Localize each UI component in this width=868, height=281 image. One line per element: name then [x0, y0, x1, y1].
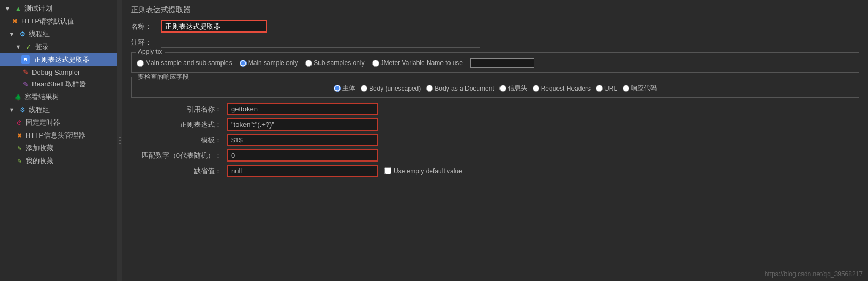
- default-row: 缺省值： Use empty default value: [131, 165, 859, 177]
- ref-name-row: 引用名称：: [131, 103, 859, 115]
- radio-resp-code-input[interactable]: [623, 85, 629, 92]
- sidebar-item-add-fav[interactable]: ✎ 添加收藏: [0, 142, 117, 155]
- sidebar-item-label: 线程组: [29, 29, 50, 39]
- sidebar: ▼ ▲ 测试计划 ✖ HTTP请求默认值 ▼ ⚙ 线程组 ▼ ✓ 登录 R 正则…: [0, 0, 117, 281]
- name-input[interactable]: [161, 20, 267, 33]
- radio-resp-code[interactable]: 响应代码: [623, 84, 657, 93]
- sidebar-item-thread-group1[interactable]: ▼ ⚙ 线程组: [0, 28, 117, 41]
- sidebar-item-label: 登录: [35, 42, 49, 52]
- resize-handle[interactable]: [117, 0, 122, 281]
- sidebar-item-thread-group2[interactable]: ▼ ⚙ 线程组: [0, 103, 117, 116]
- radio-jmeter-var-input[interactable]: [372, 60, 379, 67]
- radio-main-sub-label: Main sample and sub-samples: [145, 59, 232, 67]
- regex-row: 正则表达式：: [131, 118, 859, 131]
- sidebar-item-timer[interactable]: ⏱ 固定定时器: [0, 116, 117, 129]
- comment-input[interactable]: [161, 37, 480, 48]
- ref-name-label: 引用名称：: [131, 105, 227, 114]
- sidebar-item-my-fav[interactable]: ✎ 我的收藏: [0, 155, 117, 167]
- radio-body-doc-label: Body as a Document: [435, 85, 494, 92]
- radio-jmeter-var-label: JMeter Variable Name to use: [381, 59, 463, 67]
- template-label: 模板：: [131, 135, 227, 145]
- use-empty-checkbox-label[interactable]: Use empty default value: [384, 167, 462, 175]
- regex-input[interactable]: [228, 119, 377, 130]
- radio-main-only-label: Main sample only: [248, 59, 298, 67]
- header-icon: ✖: [15, 131, 23, 140]
- response-field-legend: 要检查的响应字段: [136, 73, 191, 82]
- radio-req-headers-label: Request Headers: [541, 85, 591, 92]
- template-row: 模板：: [131, 134, 859, 146]
- radio-body-unescaped-label: Body (unescaped): [369, 85, 421, 92]
- regex-icon: R: [21, 55, 30, 64]
- radio-sub-only-input[interactable]: [305, 60, 312, 67]
- handle-dot: [119, 140, 121, 141]
- my-fav-icon: ✎: [15, 157, 23, 165]
- footer-url: https://blog.csdn.net/qq_39568217: [765, 270, 863, 278]
- sidebar-item-label: HTTP信息头管理器: [26, 131, 85, 140]
- sidebar-item-label: 固定定时器: [26, 118, 60, 127]
- radio-sub-only[interactable]: Sub-samples only: [305, 59, 364, 67]
- sidebar-item-login[interactable]: ▼ ✓ 登录: [0, 41, 117, 53]
- thread-icon2: ⚙: [18, 106, 27, 114]
- radio-main-sub[interactable]: Main sample and sub-samples: [137, 59, 232, 67]
- match-no-label: 匹配数字（0代表随机）：: [131, 151, 227, 160]
- comment-label: 注释：: [131, 38, 158, 47]
- radio-body-input[interactable]: [334, 85, 341, 92]
- radio-req-headers-input[interactable]: [533, 85, 539, 92]
- ref-name-input[interactable]: [228, 104, 377, 114]
- name-row: 名称：: [131, 20, 859, 33]
- sidebar-item-view-tree[interactable]: 🌲 察看结果树: [0, 91, 117, 103]
- main-panel: 正则表达式提取器 名称： 注释： Apply to: Main sample a…: [122, 0, 868, 281]
- use-empty-checkbox[interactable]: [384, 167, 391, 174]
- radio-main-only[interactable]: Main sample only: [240, 59, 298, 67]
- radio-url-input[interactable]: [596, 85, 603, 92]
- apply-to-radio-group: Main sample and sub-samples Main sample …: [137, 56, 854, 68]
- sidebar-item-label: 线程组: [29, 105, 50, 115]
- thread-icon: ⚙: [18, 30, 27, 38]
- radio-info-header-label: 信息头: [508, 84, 527, 93]
- radio-body-doc[interactable]: Body as a Document: [426, 85, 494, 92]
- regex-label: 正则表达式：: [131, 120, 227, 130]
- radio-req-headers[interactable]: Request Headers: [533, 85, 591, 92]
- sidebar-item-label: 我的收藏: [26, 156, 53, 166]
- apply-to-legend: Apply to:: [136, 48, 165, 55]
- radio-resp-code-label: 响应代码: [631, 84, 657, 93]
- chevron-down-icon: ▼: [7, 106, 16, 114]
- sidebar-item-label: 正则表达式提取器: [34, 55, 89, 65]
- sidebar-item-regex-extractor[interactable]: R 正则表达式提取器: [0, 53, 117, 66]
- sidebar-item-http-default[interactable]: ✖ HTTP请求默认值: [0, 15, 117, 28]
- radio-info-header-input[interactable]: [499, 85, 506, 92]
- tree-icon: 🌲: [14, 93, 22, 101]
- chevron-down-icon: ▼: [3, 4, 12, 13]
- radio-body-doc-input[interactable]: [426, 85, 433, 92]
- add-fav-icon: ✎: [15, 144, 23, 152]
- radio-body-unescaped-input[interactable]: [361, 85, 367, 92]
- sidebar-item-label: Debug Sampler: [32, 68, 80, 76]
- radio-url[interactable]: URL: [596, 85, 617, 92]
- debug-icon: ✎: [21, 68, 30, 76]
- sidebar-item-test-plan[interactable]: ▼ ▲ 测试计划: [0, 2, 117, 15]
- radio-main-sub-input[interactable]: [137, 60, 144, 67]
- default-label: 缺省值：: [131, 166, 227, 176]
- radio-main-only-input[interactable]: [240, 60, 247, 67]
- comment-row: 注释：: [131, 37, 859, 48]
- template-input[interactable]: [228, 135, 377, 145]
- sidebar-item-beanshell[interactable]: ✎ BeanShell 取样器: [0, 78, 117, 91]
- sidebar-item-http-header[interactable]: ✖ HTTP信息头管理器: [0, 129, 117, 142]
- sidebar-item-label: 测试计划: [24, 4, 52, 13]
- sidebar-item-label: BeanShell 取样器: [32, 79, 86, 89]
- jmeter-var-input[interactable]: [470, 58, 534, 68]
- radio-body[interactable]: 主体: [334, 84, 355, 93]
- radio-jmeter-var[interactable]: JMeter Variable Name to use: [372, 59, 463, 67]
- radio-info-header[interactable]: 信息头: [499, 84, 527, 93]
- chevron-down-icon: ▼: [14, 43, 22, 51]
- default-input[interactable]: [228, 166, 377, 176]
- sidebar-item-debug-sampler[interactable]: ✎ Debug Sampler: [0, 66, 117, 78]
- http-icon: ✖: [11, 17, 19, 26]
- match-no-input[interactable]: [228, 150, 377, 160]
- sidebar-item-label: 添加收藏: [26, 143, 53, 153]
- beanshell-icon: ✎: [21, 80, 30, 89]
- panel-title: 正则表达式提取器: [131, 5, 859, 15]
- handle-dot: [119, 143, 121, 144]
- radio-body-unescaped[interactable]: Body (unescaped): [361, 85, 421, 92]
- radio-url-label: URL: [604, 85, 617, 92]
